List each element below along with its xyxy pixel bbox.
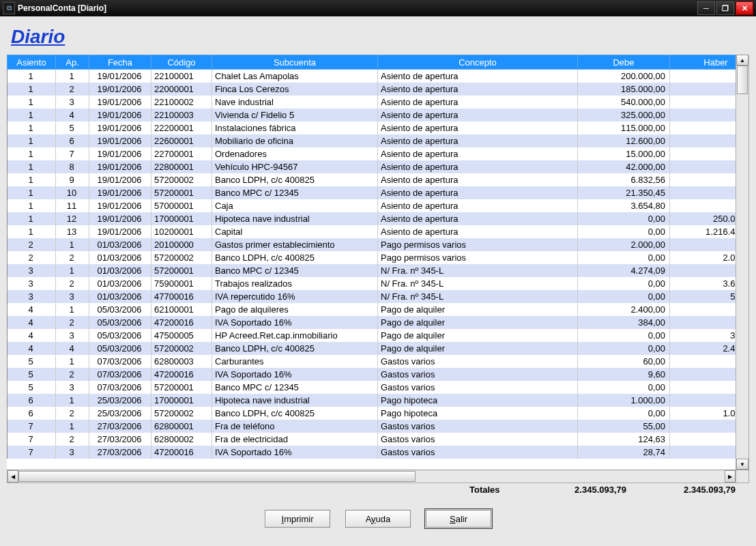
button-bar: Imprimir Ayuda Salir — [0, 510, 756, 528]
cell-concepto: Pago hipoteca — [378, 394, 578, 407]
table-row[interactable]: 3301/03/200647700016IVA repercutido 16%N… — [8, 290, 736, 303]
table-row[interactable]: 6225/03/200657200002Banco LDPH, c/c 4008… — [8, 407, 736, 420]
cell-codigo: 22100003 — [151, 109, 212, 121]
table-row[interactable]: 2201/03/200657200002Banco LDPH, c/c 4008… — [8, 251, 736, 264]
maximize-button[interactable]: ❐ — [716, 1, 734, 15]
scroll-down-arrow[interactable]: ▼ — [736, 459, 748, 470]
cell-haber: 589,53 — [670, 290, 736, 303]
horizontal-scrollbar[interactable]: ◀ ▶ — [7, 470, 749, 483]
table-row[interactable]: 4305/03/200647500005HP Acreed.Ret.cap.in… — [8, 329, 736, 342]
cell-ap: 1 — [56, 264, 89, 277]
table-row[interactable]: 1219/01/200622000001Finca Los CerezosAsi… — [8, 83, 736, 96]
col-header-asiento[interactable]: Asiento — [8, 55, 56, 70]
table-row[interactable]: 11219/01/200617000001Hipoteca nave indus… — [8, 212, 736, 225]
table-row[interactable]: 1519/01/200622200001Instalaciones fábric… — [8, 121, 736, 134]
table-row[interactable]: 1619/01/200622600001Mobiliario de oficin… — [8, 134, 736, 147]
cell-debe: 15.000,00 — [578, 147, 670, 160]
cell-subcuenta: Caja — [212, 199, 378, 212]
exit-button[interactable]: Salir — [426, 510, 491, 528]
cell-asiento: 1 — [8, 147, 56, 160]
cell-debe: 0,00 — [578, 342, 670, 355]
cell-ap: 4 — [56, 342, 89, 355]
page-heading: Diario — [0, 16, 756, 55]
col-header-codigo[interactable]: Código — [151, 55, 212, 70]
table-row[interactable]: 7327/03/200647200016IVA Soportado 16%Gas… — [8, 446, 736, 459]
table-row[interactable]: 1719/01/200622700001OrdenadoresAsiento d… — [8, 147, 736, 160]
cell-asiento: 2 — [8, 238, 56, 251]
cell-fecha: 05/03/2006 — [89, 303, 151, 316]
scroll-up-arrow[interactable]: ▲ — [736, 55, 748, 66]
cell-concepto: N/ Fra. nº 345-L — [378, 277, 578, 290]
hscroll-track[interactable] — [18, 470, 725, 483]
table-row[interactable]: 11119/01/200657000001CajaAsiento de aper… — [8, 199, 736, 212]
cell-haber: 2.000,00 — [670, 251, 736, 264]
cell-concepto: Asiento de apertura — [378, 70, 578, 83]
col-header-haber[interactable]: Haber — [670, 55, 736, 70]
cell-subcuenta: Instalaciones fábrica — [212, 121, 378, 134]
cell-asiento: 4 — [8, 316, 56, 329]
cell-codigo: 22800001 — [151, 160, 212, 173]
col-header-subcuenta[interactable]: Subcuenta — [212, 55, 378, 70]
print-button[interactable]: Imprimir — [265, 510, 330, 528]
table-row[interactable]: 7227/03/200662800002Fra de electricidadG… — [8, 433, 736, 446]
cell-fecha: 07/03/2006 — [89, 368, 151, 381]
table-row[interactable]: 4205/03/200647200016IVA Soportado 16%Pag… — [8, 316, 736, 329]
table-row[interactable]: 1919/01/200657200002Banco LDPH, c/c 4008… — [8, 173, 736, 186]
cell-fecha: 07/03/2006 — [89, 355, 151, 368]
table-row[interactable]: 4405/03/200657200002Banco LDPH, c/c 4008… — [8, 342, 736, 355]
cell-asiento: 1 — [8, 83, 56, 96]
cell-asiento: 6 — [8, 407, 56, 420]
table-row[interactable]: 5307/03/200657200001Banco MPC c/ 12345Ga… — [8, 381, 736, 394]
cell-ap: 9 — [56, 173, 89, 186]
close-button[interactable]: ✕ — [736, 1, 753, 15]
cell-concepto: Asiento de apertura — [378, 160, 578, 173]
table-row[interactable]: 11019/01/200657200001Banco MPC c/ 12345A… — [8, 186, 736, 199]
cell-asiento: 1 — [8, 225, 56, 238]
table-row[interactable]: 5107/03/200662800003CarburantesGastos va… — [8, 355, 736, 368]
table-row[interactable]: 3201/03/200675900001Trabajos realizadosN… — [8, 277, 736, 290]
scroll-left-arrow[interactable]: ◀ — [8, 470, 18, 483]
table-row[interactable]: 11319/01/200610200001CapitalAsiento de a… — [8, 225, 736, 238]
cell-subcuenta: Finca Los Cerezos — [212, 83, 378, 96]
cell-subcuenta: IVA Soportado 16% — [212, 368, 378, 381]
hscroll-thumb[interactable] — [18, 471, 416, 482]
cell-haber: 0,00 — [670, 303, 736, 316]
table-row[interactable]: 7127/03/200662800001Fra de teléfonoGasto… — [8, 420, 736, 433]
table-row[interactable]: 1319/01/200622100002Nave industrialAsien… — [8, 96, 736, 109]
table-row[interactable]: 1419/01/200622100003Vivienda c/ Fidelio … — [8, 109, 736, 121]
cell-concepto: Pago permisos varios — [378, 251, 578, 264]
diario-table[interactable]: AsientoAp.FechaCódigoSubcuentaConceptoDe… — [7, 55, 736, 459]
cell-debe: 4.274,09 — [578, 264, 670, 277]
table-row[interactable]: 3101/03/200657200001Banco MPC c/ 12345N/… — [8, 264, 736, 277]
table-row[interactable]: 4105/03/200662100001Pago de alquileresPa… — [8, 303, 736, 316]
col-header-concepto[interactable]: Concepto — [378, 55, 578, 70]
cell-fecha: 25/03/2006 — [89, 407, 151, 420]
vscroll-thumb[interactable] — [737, 66, 748, 94]
cell-fecha: 19/01/2006 — [89, 212, 151, 225]
table-row[interactable]: 1819/01/200622800001Vehículo HPC-94567As… — [8, 160, 736, 173]
table-row[interactable]: 2101/03/200620100000Gastos primer establ… — [8, 238, 736, 251]
cell-concepto: Gastos varios — [378, 355, 578, 368]
cell-debe: 124,63 — [578, 433, 670, 446]
vertical-scrollbar[interactable]: ▲ ▼ — [736, 55, 749, 470]
cell-concepto: N/ Fra. nº 345-L — [378, 264, 578, 277]
cell-debe: 3.654,80 — [578, 199, 670, 212]
col-header-ap[interactable]: Ap. — [56, 55, 89, 70]
table-row[interactable]: 5207/03/200647200016IVA Soportado 16%Gas… — [8, 368, 736, 381]
table-row[interactable]: 1119/01/200622100001Chalet Las AmapolasA… — [8, 70, 736, 83]
cell-ap: 2 — [56, 316, 89, 329]
scroll-right-arrow[interactable]: ▶ — [725, 470, 736, 483]
help-button[interactable]: Ayuda — [345, 510, 411, 528]
vscroll-track[interactable] — [736, 66, 748, 459]
col-header-fecha[interactable]: Fecha — [89, 55, 151, 70]
cell-concepto: N/ Fra. nº 345-L — [378, 290, 578, 303]
minimize-button[interactable]: ─ — [697, 1, 715, 15]
cell-codigo: 62800002 — [151, 433, 212, 446]
table-row[interactable]: 6125/03/200617000001Hipoteca nave indust… — [8, 394, 736, 407]
cell-fecha: 27/03/2006 — [89, 420, 151, 433]
grid-viewport[interactable]: AsientoAp.FechaCódigoSubcuentaConceptoDe… — [7, 55, 736, 470]
cell-ap: 2 — [56, 277, 89, 290]
col-header-debe[interactable]: Debe — [578, 55, 670, 70]
cell-ap: 1 — [56, 394, 89, 407]
titlebar: ⧉ PersonalConta [Diario] ─ ❐ ✕ — [0, 0, 756, 16]
